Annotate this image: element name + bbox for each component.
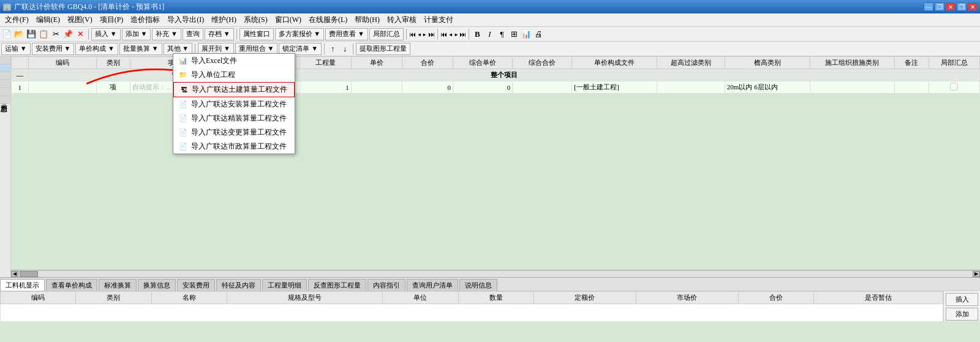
dropdown-item-5[interactable]: 📄导入广联达变更算量工程文件 <box>173 125 295 139</box>
copy-icon[interactable]: 📋 <box>38 29 49 40</box>
cell-id: 1 <box>12 81 29 94</box>
restore-inner-button[interactable]: ❐ <box>957 2 967 11</box>
horizontal-scrollbar[interactable]: ◀ ▶ <box>11 270 980 277</box>
sidebar-tab-fee[interactable]: 费用汇总 <box>0 96 10 104</box>
menu-item-0[interactable]: 文件(F) <box>1 14 32 25</box>
sidebar-tab-measures[interactable]: 措施项目 <box>0 72 10 80</box>
tab-install-fee[interactable]: 安装费用 <box>177 279 215 291</box>
sidebar-tab-other[interactable]: 其他项目 <box>0 80 10 88</box>
dropdown-item-1[interactable]: 📁导入单位工程 <box>173 68 295 82</box>
restore-outer-button[interactable]: ❐ <box>935 2 944 11</box>
new-icon[interactable]: 📄 <box>1 29 12 40</box>
dropdown-item-0[interactable]: 📊导入Excel文件 <box>173 54 295 68</box>
tab-reverse-check[interactable]: 反查图形工程量 <box>308 279 366 291</box>
dropdown-item-2[interactable]: 🏗导入广联达土建算量工程文件 <box>173 82 295 97</box>
import-export-dropdown[interactable]: 📊导入Excel文件📁导入单位工程🏗导入广联达土建算量工程文件📄导入广联达安装算… <box>173 53 295 154</box>
cell-total-price: 0 <box>402 81 453 94</box>
extract-quantity-button[interactable]: 提取图形工程量 <box>356 43 410 55</box>
query-button[interactable]: 查询 <box>183 28 203 40</box>
tab-calc-info[interactable]: 换算信息 <box>138 279 176 291</box>
menu-item-10[interactable]: 帮助(H) <box>351 14 383 25</box>
scroll-right-btn[interactable]: ▶ <box>973 271 980 277</box>
transport-button[interactable]: 运输 ▼ <box>1 43 31 55</box>
italic-icon[interactable]: I <box>484 29 495 40</box>
cell-comp-total <box>513 81 572 94</box>
tab-unit-price[interactable]: 查看单价构成 <box>46 279 97 291</box>
menu-item-12[interactable]: 计量支付 <box>420 14 457 25</box>
cell-section-label: 整个项目 <box>28 69 979 81</box>
bth-name: 名称 <box>151 292 227 304</box>
tab-quantity-detail[interactable]: 工程量明细 <box>262 279 307 291</box>
right-buttons-panel: 插入 添加 删除 查询 <box>943 291 980 321</box>
local-sum-button[interactable]: 局部汇总 <box>369 28 404 40</box>
up-icon[interactable]: ↑ <box>327 43 338 54</box>
tab-features[interactable]: 特征及内容 <box>216 279 261 291</box>
install-fee-button[interactable]: 安装费用 ▼ <box>32 43 75 55</box>
minimize-button[interactable]: — <box>924 2 933 11</box>
down-icon[interactable]: ↓ <box>339 43 350 54</box>
th-quantity: 工程量 <box>300 57 351 69</box>
tab-user-list[interactable]: 查询用户清单 <box>407 279 458 291</box>
dropdown-item-6[interactable]: 📄导入广联达市政算量工程文件 <box>173 139 295 154</box>
add-button[interactable]: 添加 ▼ <box>122 28 151 40</box>
menu-item-1[interactable]: 编辑(E) <box>32 14 64 25</box>
menu-item-5[interactable]: 导入导出(I) <box>164 14 208 25</box>
dropdown-item-4[interactable]: 📄导入广联达精装算量工程文件 <box>173 111 295 125</box>
table-icon[interactable]: ⊞ <box>508 29 519 40</box>
menu-item-3[interactable]: 项目(P) <box>96 14 127 25</box>
batch-calc-button[interactable]: 批量换算 ▼ <box>119 43 162 55</box>
supplement-button[interactable]: 补充 ▼ <box>152 28 181 40</box>
cell-price <box>351 81 402 94</box>
save-file-button[interactable]: 存档 ▼ <box>205 28 234 40</box>
add-right-button[interactable]: 添加 <box>946 308 978 321</box>
sidebar-tab-section[interactable]: 分部分项 <box>0 64 10 72</box>
tab-material-display[interactable]: 工料机显示 <box>0 279 45 291</box>
scroll-left-btn[interactable]: ◀ <box>11 271 18 277</box>
sidebar-tab-material[interactable]: 人材机汇总 <box>0 88 10 96</box>
insert-right-button[interactable]: 插入 <box>946 293 978 306</box>
table-row-1: 1 项 自动提示：... 1 0 0 [一般土建工程] 20m以内 6层以内 <box>12 81 980 94</box>
paragraph-icon[interactable]: ¶ <box>496 29 507 40</box>
bottom-table-area: 编码 类别 名称 规格及型号 单位 数量 定额价 市场价 合价 是否暂估 <box>0 291 980 321</box>
unit-price-button[interactable]: 单价构成 ▼ <box>75 43 118 55</box>
th-local-sum: 局部汇总 <box>929 57 979 69</box>
save-icon[interactable]: 💾 <box>26 29 37 40</box>
separator <box>88 29 89 40</box>
menu-item-8[interactable]: 窗口(W) <box>271 14 305 25</box>
open-icon[interactable]: 📂 <box>13 29 24 40</box>
insert-button[interactable]: 插入 ▼ <box>91 28 121 40</box>
menu-item-11[interactable]: 转入审核 <box>383 14 420 25</box>
dropdown-item-label-5: 导入广联达变更算量工程文件 <box>191 127 287 138</box>
th-comp-total: 综合合价 <box>513 57 572 69</box>
menu-item-9[interactable]: 在线服务(L) <box>305 14 351 25</box>
menu-item-2[interactable]: 视图(V) <box>64 14 96 25</box>
tab-content-guide[interactable]: 内容指引 <box>368 279 405 291</box>
th-total: 合价 <box>402 57 453 69</box>
scissors-icon[interactable]: ✂ <box>50 29 61 40</box>
property-window-button[interactable]: 属性窗口 <box>239 28 274 40</box>
bottom-header-row: 编码 类别 名称 规格及型号 单位 数量 定额价 市场价 合价 是否暂估 <box>1 292 943 304</box>
app-icon: 🏢 <box>2 2 12 12</box>
tab-description[interactable]: 说明信息 <box>459 279 497 291</box>
dropdown-item-icon-0: 📊 <box>178 56 188 66</box>
delete-icon[interactable]: ✕ <box>75 29 86 40</box>
tab-standard-calc[interactable]: 标准换算 <box>99 279 137 291</box>
dropdown-item-3[interactable]: 📄导入广联达安装算量工程文件 <box>173 97 295 111</box>
multi-plan-button[interactable]: 多方案报价 ▼ <box>275 28 325 40</box>
sidebar-tab-overview[interactable]: 工程概况 <box>0 56 10 64</box>
chart-icon[interactable]: 📊 <box>521 29 532 40</box>
scroll-thumb[interactable] <box>20 271 38 277</box>
left-sidebar: 工程概况 分部分项 措施项目 其他项目 人材机汇总 费用汇总 <box>0 56 11 277</box>
paste-icon[interactable]: 📌 <box>62 29 74 40</box>
close-inner-button[interactable]: ✕ <box>968 2 978 11</box>
bold-icon[interactable]: B <box>472 29 483 40</box>
title-bar-left: 🏢 广联达计价软件 GBQ4.0 - [清单计价 - 预算书1] <box>2 2 164 12</box>
menu-item-4[interactable]: 造价指标 <box>127 14 164 25</box>
fee-view-button[interactable]: 费用查看 ▼ <box>325 28 368 40</box>
print-icon[interactable]: 🖨 <box>533 29 544 40</box>
close-button[interactable]: ✕ <box>946 2 956 11</box>
menu-item-6[interactable]: 维护(H) <box>208 14 240 25</box>
main-table-container[interactable]: 编码 类别 项目特征 单位 含量 工程量 单价 合价 综合单价 综合合价 单价构… <box>11 56 980 270</box>
th-code: 编码 <box>28 57 96 69</box>
menu-item-7[interactable]: 系统(S) <box>240 14 271 25</box>
